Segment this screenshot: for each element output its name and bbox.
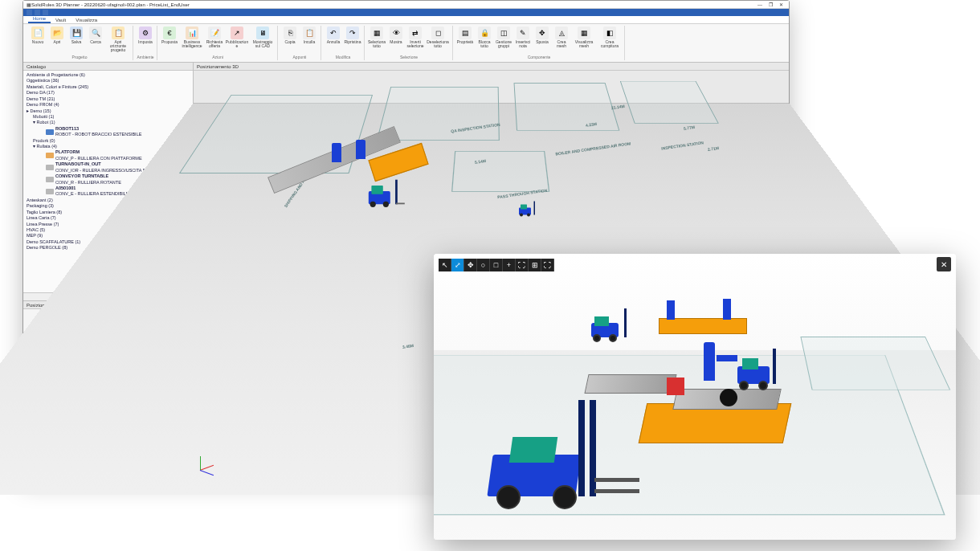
sposta-button[interactable]: ✥Sposta: [533, 26, 551, 55]
catalog-header: Catalogo: [23, 63, 193, 71]
ov-tool-select-icon[interactable]: ↖: [439, 259, 451, 271]
tree-item-robot[interactable]: ROBOT113ROBOT - ROBOT BRACCIO ESTENSIBIL…: [27, 126, 190, 138]
tree-item[interactable]: Demo TM (21): [27, 96, 190, 102]
visualizza-mesh-button[interactable]: ▦Visualizza mesh: [572, 26, 596, 55]
ribbon-tabs: Home Vault Visualizza: [23, 16, 789, 24]
ripristina-button[interactable]: ↷Ripristina: [344, 26, 361, 55]
inverti-button[interactable]: ⇄Inverti selezione: [406, 26, 424, 55]
imposta-button[interactable]: ⚙Imposta: [137, 26, 154, 55]
ov-tool-fullscreen-icon[interactable]: ⛶: [541, 259, 554, 271]
obj-forklift[interactable]: [364, 177, 398, 207]
ov-tool-orbit-icon[interactable]: ○: [477, 259, 490, 271]
fork-tine: [594, 489, 639, 493]
overlay-3d-viewer: ↖ ⤢ ✥ ○ □ + ⛶ ⊞ ⛶ ✕: [434, 254, 956, 540]
group-label-appunti: Appunti: [293, 55, 307, 60]
obj-robot[interactable]: [356, 140, 365, 159]
maximize-button[interactable]: ❐: [766, 2, 775, 8]
proposta-button[interactable]: €Proposta: [161, 26, 178, 55]
overlay-scene[interactable]: [434, 254, 956, 540]
obj-robot[interactable]: [332, 143, 341, 162]
ov-tool-zoom-icon[interactable]: +: [503, 259, 516, 271]
ov-tool-frame-icon[interactable]: □: [490, 259, 503, 271]
ribbon-group-modifica: ↶Annulla ↷Ripristina Modifica: [322, 26, 365, 60]
close-button[interactable]: ✕: [776, 2, 786, 8]
copia-button[interactable]: ⎘Copia: [281, 26, 299, 55]
window-title: SolidRules 3D Planner - 20220620-ufagino…: [31, 2, 190, 7]
proprieta-button[interactable]: ▤Proprietà: [456, 26, 474, 55]
tree-item[interactable]: Ambiente di Progettazione (6): [27, 72, 190, 78]
qat-undo-icon[interactable]: [35, 10, 40, 15]
crea-mesh-button[interactable]: ◬Crea mesh: [553, 26, 570, 55]
fork-tine: [594, 478, 639, 482]
pubblicazione-button[interactable]: ↗Pubblicazione: [225, 26, 249, 55]
incolla-button[interactable]: 📋Incolla: [300, 26, 318, 55]
cerca-button[interactable]: 🔍Cerca: [87, 26, 104, 55]
tree-item[interactable]: ▾ Robot (1): [27, 120, 190, 125]
mostra-button[interactable]: 👁Mostra: [387, 26, 405, 55]
apri-button[interactable]: 📂Apri: [48, 26, 66, 55]
ov-tool-grid-icon[interactable]: ⊞: [529, 259, 541, 271]
obj-robot[interactable]: [723, 299, 731, 320]
ov-tool-pan-icon[interactable]: ✥: [464, 259, 477, 271]
richiesta-button[interactable]: 📝Richiesta offerta: [206, 26, 223, 55]
group-label-azioni: Azioni: [212, 55, 223, 60]
group-label-modifica: Modifica: [336, 55, 351, 60]
obj-forklift[interactable]: [517, 200, 536, 217]
tree-item[interactable]: Mubotti (1): [27, 114, 190, 120]
obj-forklift-large[interactable]: [482, 382, 635, 511]
tab-home[interactable]: Home: [28, 15, 51, 23]
tab-vault[interactable]: Vault: [51, 17, 71, 23]
pos3d-header: Posizionamento 3D: [194, 63, 789, 71]
overlay-close-button[interactable]: ✕: [937, 257, 951, 271]
tree-item[interactable]: Demo DA (17): [27, 90, 190, 96]
obj-robot-base[interactable]: [720, 389, 737, 406]
axis-gizmo[interactable]: [200, 451, 219, 471]
gestione-gruppi-button[interactable]: ◫Gestione gruppi: [495, 26, 512, 55]
obj-forklift[interactable]: [586, 302, 635, 342]
quick-access-toolbar: [23, 9, 789, 16]
minimize-button[interactable]: —: [755, 2, 765, 8]
blueprint-room: [514, 83, 620, 130]
obj-robot[interactable]: [667, 300, 675, 320]
group-label-selezione: Selezione: [400, 55, 418, 60]
qat-redo-icon[interactable]: [43, 10, 48, 15]
blueprint-room: [800, 337, 950, 390]
obj-pallet[interactable]: [667, 378, 684, 395]
salva-button[interactable]: 💾Salva: [67, 26, 85, 55]
ov-tool-fit-icon[interactable]: ⛶: [516, 259, 529, 271]
qat-save-icon[interactable]: [27, 10, 32, 15]
blueprint-room: [451, 151, 549, 192]
obj-forklift[interactable]: [731, 334, 787, 390]
ribbon-group-progetto: 📄Nuovo 📂Apri 💾Salva 🔍Cerca 📋Apri orizzon…: [27, 26, 133, 60]
robot-icon: [46, 129, 54, 135]
inserisci-nota-button[interactable]: ✎Inserisci nota: [514, 26, 532, 55]
annulla-button[interactable]: ↶Annulla: [325, 26, 342, 55]
blocca-button[interactable]: 🔒Blocca tutto: [476, 26, 493, 55]
platform-icon: [46, 153, 54, 158]
ribbon-group-appunti: ⎘Copia 📋Incolla Appunti: [279, 26, 321, 60]
mostraggio-button[interactable]: 🖥Mostraggio sul CAD: [251, 26, 275, 55]
crea-compitura-button[interactable]: ◧Crea compitura: [598, 26, 622, 55]
turnabout-icon: [46, 165, 54, 170]
obj-robot[interactable]: [704, 342, 715, 381]
group-label-progetto: Progetto: [72, 55, 88, 60]
tree-item[interactable]: Demo FROM (4): [27, 102, 190, 108]
group-label-ambiente: Ambiente: [137, 55, 153, 60]
window-titlebar: ▦ SolidRules 3D Planner - 20220620-ufagi…: [23, 1, 789, 9]
tree-item[interactable]: Materiali, Colori e Finiture (245): [27, 84, 190, 90]
ribbon-group-componente: ▤Proprietà 🔒Blocca tutto ◫Gestione grupp…: [454, 26, 625, 60]
deseleziona-button[interactable]: ◻Deseleziona tutto: [426, 26, 450, 55]
tree-item[interactable]: ▸ Demo (15): [27, 108, 190, 114]
seleziona-tutto-button[interactable]: ▦Seleziona tutto: [368, 26, 386, 55]
ov-tool-move-icon[interactable]: ⤢: [451, 259, 464, 271]
tab-visualizza[interactable]: Visualizza: [71, 17, 102, 23]
nuovo-button[interactable]: 📄Nuovo: [29, 26, 47, 55]
group-label-componente: Componente: [528, 55, 551, 60]
tree-item[interactable]: Oggettistica (36): [27, 78, 190, 84]
rulliera-icon: [46, 189, 54, 194]
conveyor-icon: [46, 177, 54, 182]
business-intelligence-button[interactable]: 📊Business intelligence: [180, 26, 204, 55]
obj-platform[interactable]: [659, 318, 747, 334]
ribbon: 📄Nuovo 📂Apri 💾Salva 🔍Cerca 📋Apri orizzon…: [23, 24, 789, 63]
apri-orizzonte-button[interactable]: 📋Apri orizzonte progetto: [106, 26, 130, 55]
